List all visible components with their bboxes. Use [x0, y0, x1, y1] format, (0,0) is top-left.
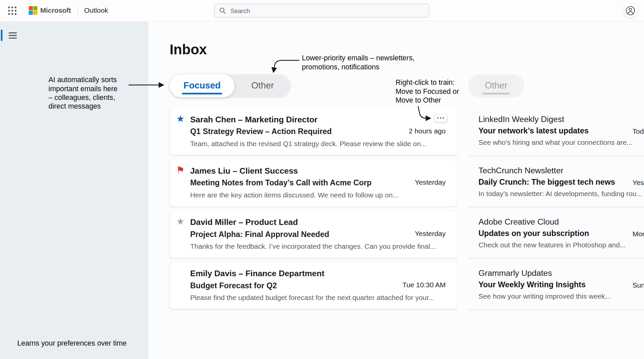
flag-red-icon[interactable]: [176, 165, 184, 175]
annotation-focused-explainer: AI automatically sorts important emails …: [48, 75, 117, 111]
account-profile-button[interactable]: [624, 4, 638, 18]
email-sender: Grammarly Updates: [479, 267, 644, 278]
annotation-other-explainer: Lower-priority emails – newsletters, pro…: [302, 54, 415, 71]
email-card-sarah-chen[interactable]: Sarah Chen – Marketing Director Q1 Strat…: [170, 108, 457, 155]
person-icon: [626, 6, 635, 15]
tab-other[interactable]: Other: [234, 74, 291, 98]
microsoft-logo: Microsoft: [29, 6, 71, 15]
app-title: Outlook: [84, 6, 108, 14]
tab-focused[interactable]: Focused: [170, 74, 234, 98]
top-bar: Microsoft Outlook: [0, 0, 644, 21]
microsoft-logo-icon: [29, 6, 38, 15]
email-subject: Your network’s latest updates: [479, 126, 644, 136]
brand-divider: [77, 6, 78, 15]
other-email-grammarly[interactable]: Grammarly Updates Your Weekly Writing In…: [468, 258, 644, 310]
email-preview: Please find the updated budget forecast …: [190, 292, 449, 304]
email-subject: Meeting Notes from Today’s Call with Acm…: [190, 177, 449, 189]
other-email-list: LinkedIn Weekly Digest Your network’s la…: [468, 105, 644, 310]
email-preview: Check out the new features in Photoshop …: [479, 240, 644, 251]
email-sender: TechCrunch Newsletter: [479, 165, 644, 176]
star-filled-blue-icon[interactable]: [176, 113, 184, 124]
search-bar: [214, 4, 429, 18]
page-title: Inbox: [170, 42, 207, 58]
email-preview: Thanks for the feedback. I’ve incorporat…: [190, 241, 449, 252]
email-time: Yesterday: [633, 179, 644, 187]
email-sender: LinkedIn Weekly Digest: [479, 114, 644, 124]
sidebar: AI automatically sorts important emails …: [0, 21, 148, 359]
microsoft-wordmark: Microsoft: [40, 6, 71, 14]
annotation-learns-preferences: Learns your preferences over time: [17, 339, 126, 348]
hamburger-menu-icon[interactable]: [7, 30, 18, 41]
ellipsis-icon: [437, 117, 444, 119]
email-preview: In today’s newsletter: AI developments, …: [479, 189, 644, 199]
other-email-techcrunch[interactable]: TechCrunch Newsletter Daily Crunch: The …: [468, 156, 644, 207]
email-time: Yesterday: [415, 179, 446, 187]
email-card-emily-davis[interactable]: Emily Davis – Finance Department Budget …: [170, 262, 457, 309]
more-actions-button[interactable]: [434, 114, 447, 122]
email-time: Today: [633, 128, 644, 136]
focused-email-list: Sarah Chen – Marketing Director Q1 Strat…: [170, 108, 457, 309]
other-email-adobe[interactable]: Adobe Creative Cloud Updates on your sub…: [468, 207, 644, 258]
search-input[interactable]: [214, 4, 429, 18]
email-sender: Adobe Creative Cloud: [479, 216, 644, 227]
email-time: 2 hours ago: [409, 127, 446, 135]
arrow-to-other-tab: [274, 60, 300, 71]
other-column-header[interactable]: Other: [468, 74, 524, 98]
other-email-linkedin[interactable]: LinkedIn Weekly Digest Your network’s la…: [468, 105, 644, 156]
email-sender: David Miller – Product Lead: [190, 216, 449, 228]
email-time: Mon: [633, 230, 644, 238]
email-card-david-miller[interactable]: David Miller – Product Lead Project Alph…: [170, 211, 457, 258]
email-preview: See how your writing improved this week.…: [479, 291, 644, 302]
email-sender: Emily Davis – Finance Department: [190, 267, 449, 279]
outlook-window: Microsoft Outlook: [0, 0, 644, 359]
email-preview: Here are the key action items discussed.…: [190, 190, 449, 201]
star-gray-icon[interactable]: [176, 216, 184, 227]
email-subject: Daily Crunch: The biggest tech news: [479, 177, 644, 188]
focused-tab-underline: [182, 93, 222, 95]
email-sender: James Liu – Client Success: [190, 165, 449, 176]
email-time: Yesterday: [415, 230, 446, 238]
app-launcher-grid-icon[interactable]: [7, 5, 18, 16]
email-subject: Updates on your subscription: [479, 228, 644, 239]
selection-accent-bar: [1, 29, 2, 41]
annotation-right-click-train: Right-click to train: Move to Focused or…: [395, 78, 459, 105]
email-preview: Team, attached is the revised Q1 strateg…: [190, 138, 449, 150]
email-time: Tue 10:30 AM: [402, 281, 446, 289]
search-icon: [219, 7, 226, 14]
email-subject: Your Weekly Writing Insights: [479, 280, 644, 290]
email-sender: Sarah Chen – Marketing Director: [190, 114, 449, 125]
email-time: Sun: [633, 282, 644, 290]
email-preview: See who’s hiring and what your connectio…: [479, 137, 644, 148]
inbox-tab-group: Focused Other: [170, 74, 291, 98]
other-header-underline: [483, 93, 510, 95]
email-subject: Project Alpha: Final Approval Needed: [190, 229, 449, 240]
email-card-james-liu[interactable]: James Liu – Client Success Meeting Notes…: [170, 159, 457, 206]
